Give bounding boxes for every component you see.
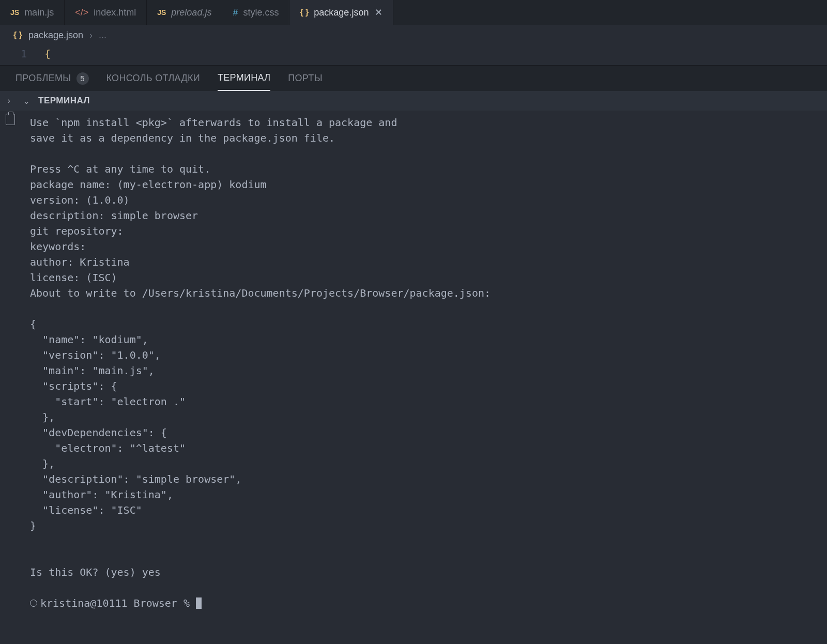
tab-package-json[interactable]: { } package.json ✕: [289, 0, 393, 25]
prompt-indicator-icon: [30, 600, 37, 607]
panel-tab-ports[interactable]: ПОРТЫ: [288, 66, 323, 91]
html-icon: </>: [75, 7, 88, 18]
panel-tab-label: ТЕРМИНАЛ: [218, 72, 270, 83]
breadcrumb-dots: ...: [99, 30, 106, 41]
tab-label: style.css: [243, 7, 279, 18]
panel-tab-label: ПОРТЫ: [288, 73, 323, 84]
editor-line[interactable]: 1 {: [0, 45, 827, 65]
terminal[interactable]: Use `npm install <pkg>` afterwards to in…: [21, 111, 827, 644]
line-number: 1: [0, 48, 44, 60]
chevron-right-icon[interactable]: ›: [3, 96, 14, 106]
json-icon: { }: [300, 8, 309, 17]
tab-style-css[interactable]: # style.css: [222, 0, 289, 25]
panel-tab-label: ПРОБЛЕМЫ: [16, 73, 71, 84]
tab-label: preload.js: [171, 7, 211, 18]
terminal-header: › ⌄ ТЕРМИНАЛ: [0, 91, 827, 111]
terminal-cursor: [196, 597, 202, 609]
panel-tab-debug[interactable]: КОНСОЛЬ ОТЛАДКИ: [106, 66, 200, 91]
panel-tab-terminal[interactable]: ТЕРМИНАЛ: [218, 66, 270, 91]
tab-label: index.html: [94, 7, 136, 18]
terminal-area: Use `npm install <pkg>` afterwards to in…: [0, 111, 827, 644]
tab-label: package.json: [314, 7, 369, 18]
breadcrumb-file: package.json: [28, 30, 83, 41]
breadcrumb-separator: ›: [89, 30, 93, 41]
js-icon: JS: [157, 8, 166, 17]
tab-index-html[interactable]: </> index.html: [65, 0, 147, 25]
css-icon: #: [233, 7, 238, 18]
breadcrumb[interactable]: { } package.json › ...: [0, 25, 827, 45]
chevron-down-icon[interactable]: ⌄: [21, 96, 32, 106]
tab-label: main.js: [24, 7, 54, 18]
js-icon: JS: [10, 8, 19, 17]
terminal-title: ТЕРМИНАЛ: [38, 96, 90, 106]
tab-main-js[interactable]: JS main.js: [0, 0, 65, 25]
json-icon: { }: [13, 30, 22, 40]
clipboard-icon[interactable]: [6, 114, 15, 125]
editor-content: {: [44, 48, 51, 60]
panel-tab-problems[interactable]: ПРОБЛЕМЫ 5: [16, 66, 89, 91]
prompt-text: kristina@10111 Browser %: [40, 595, 196, 611]
panel-tab-label: КОНСОЛЬ ОТЛАДКИ: [106, 73, 200, 84]
panel-tabs: ПРОБЛЕМЫ 5 КОНСОЛЬ ОТЛАДКИ ТЕРМИНАЛ ПОРТ…: [0, 65, 827, 91]
problems-badge: 5: [76, 72, 89, 85]
editor-tabs: JS main.js </> index.html JS preload.js …: [0, 0, 827, 25]
tab-preload-js[interactable]: JS preload.js: [147, 0, 222, 25]
terminal-gutter: [0, 111, 21, 644]
close-icon[interactable]: ✕: [375, 7, 382, 18]
